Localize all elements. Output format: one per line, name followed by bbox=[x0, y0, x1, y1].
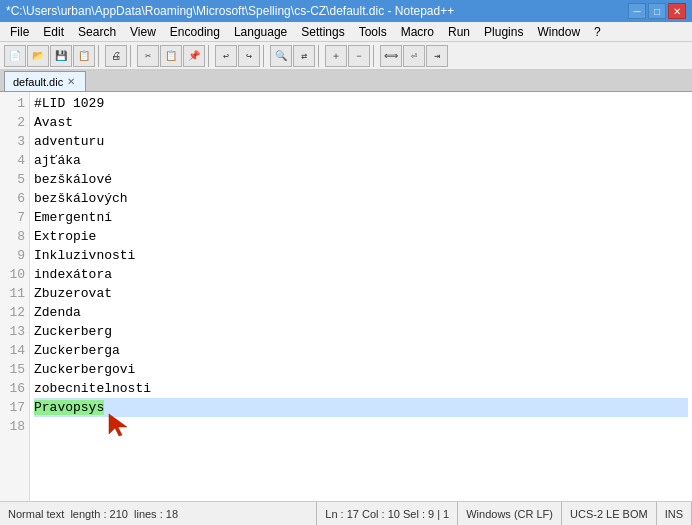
highlighted-word: Pravopsys bbox=[34, 400, 104, 415]
menu-macro[interactable]: Macro bbox=[395, 23, 440, 41]
line-number: 8 bbox=[4, 227, 25, 246]
editor-line: Emergentní bbox=[34, 208, 688, 227]
save-button[interactable]: 💾 bbox=[50, 45, 72, 67]
line-number: 10 bbox=[4, 265, 25, 284]
tab-close-icon[interactable]: ✕ bbox=[67, 77, 75, 87]
tab-label: default.dic bbox=[13, 76, 63, 88]
editor-line: Zuckerberga bbox=[34, 341, 688, 360]
menu-plugins[interactable]: Plugins bbox=[478, 23, 529, 41]
editor-line: Zbuzerovat bbox=[34, 284, 688, 303]
find-button[interactable]: 🔍 bbox=[270, 45, 292, 67]
editor-line: ajťáka bbox=[34, 151, 688, 170]
tab-default-dic[interactable]: default.dic ✕ bbox=[4, 71, 86, 91]
editor-line: Avast bbox=[34, 113, 688, 132]
editor-line: #LID 1029 bbox=[34, 94, 688, 113]
line-number: 6 bbox=[4, 189, 25, 208]
close-button[interactable]: ✕ bbox=[668, 3, 686, 19]
menu-help[interactable]: ? bbox=[588, 23, 607, 41]
line-number: 17 bbox=[4, 398, 25, 417]
undo-button[interactable]: ↩ bbox=[215, 45, 237, 67]
toolbar-sep-3 bbox=[208, 45, 212, 67]
editor-line: Zuckerberg bbox=[34, 322, 688, 341]
status-position: Ln : 17 Col : 10 Sel : 9 | 1 bbox=[317, 502, 458, 525]
open-button[interactable]: 📂 bbox=[27, 45, 49, 67]
menu-tools[interactable]: Tools bbox=[353, 23, 393, 41]
toolbar-sep-5 bbox=[318, 45, 322, 67]
toolbar: 📄 📂 💾 📋 🖨 ✂ 📋 📌 ↩ ↪ 🔍 ⇄ ＋ － ⟺ ⏎ ⇥ bbox=[0, 42, 692, 70]
tab-bar: default.dic ✕ bbox=[0, 70, 692, 92]
status-normal-text: Normal text length : 210 lines : 18 bbox=[0, 502, 317, 525]
menu-window[interactable]: Window bbox=[531, 23, 586, 41]
line-number: 15 bbox=[4, 360, 25, 379]
menu-encoding[interactable]: Encoding bbox=[164, 23, 226, 41]
window-title: *C:\Users\urban\AppData\Roaming\Microsof… bbox=[6, 4, 454, 18]
status-ins: INS bbox=[657, 502, 692, 525]
sync-scroll-button[interactable]: ⟺ bbox=[380, 45, 402, 67]
line-number: 3 bbox=[4, 132, 25, 151]
editor-line: indexátora bbox=[34, 265, 688, 284]
redo-button[interactable]: ↪ bbox=[238, 45, 260, 67]
menu-search[interactable]: Search bbox=[72, 23, 122, 41]
indent-button[interactable]: ⇥ bbox=[426, 45, 448, 67]
status-bar: Normal text length : 210 lines : 18 Ln :… bbox=[0, 501, 692, 525]
editor-line: Zdenda bbox=[34, 303, 688, 322]
copy-button[interactable]: 📋 bbox=[160, 45, 182, 67]
editor-line: Extropie bbox=[34, 227, 688, 246]
editor-line: Inkluzivnosti bbox=[34, 246, 688, 265]
line-number: 9 bbox=[4, 246, 25, 265]
editor-line bbox=[34, 417, 688, 436]
line-number: 7 bbox=[4, 208, 25, 227]
line-number: 4 bbox=[4, 151, 25, 170]
new-button[interactable]: 📄 bbox=[4, 45, 26, 67]
line-numbers: 123456789101112131415161718 bbox=[0, 92, 30, 501]
editor-line: bezškálových bbox=[34, 189, 688, 208]
editor-area[interactable]: 123456789101112131415161718 #LID 1029Ava… bbox=[0, 92, 692, 501]
window-controls: ─ □ ✕ bbox=[628, 3, 686, 19]
line-number: 12 bbox=[4, 303, 25, 322]
line-number: 5 bbox=[4, 170, 25, 189]
save-all-button[interactable]: 📋 bbox=[73, 45, 95, 67]
menu-run[interactable]: Run bbox=[442, 23, 476, 41]
menu-bar: File Edit Search View Encoding Language … bbox=[0, 22, 692, 42]
editor-content[interactable]: #LID 1029Avastadventuruajťákabezškálovéb… bbox=[30, 92, 692, 501]
print-button[interactable]: 🖨 bbox=[105, 45, 127, 67]
paste-button[interactable]: 📌 bbox=[183, 45, 205, 67]
line-number: 14 bbox=[4, 341, 25, 360]
toolbar-sep-4 bbox=[263, 45, 267, 67]
menu-language[interactable]: Language bbox=[228, 23, 293, 41]
toolbar-sep-1 bbox=[98, 45, 102, 67]
status-line-ending: Windows (CR LF) bbox=[458, 502, 562, 525]
zoom-in-button[interactable]: ＋ bbox=[325, 45, 347, 67]
status-encoding: UCS-2 LE BOM bbox=[562, 502, 657, 525]
line-number: 18 bbox=[4, 417, 25, 436]
editor-line: bezškálové bbox=[34, 170, 688, 189]
title-bar: *C:\Users\urban\AppData\Roaming\Microsof… bbox=[0, 0, 692, 22]
editor-line: zobecnitelnosti bbox=[34, 379, 688, 398]
replace-button[interactable]: ⇄ bbox=[293, 45, 315, 67]
editor-line: Pravopsys bbox=[34, 398, 688, 417]
toolbar-sep-6 bbox=[373, 45, 377, 67]
wrap-button[interactable]: ⏎ bbox=[403, 45, 425, 67]
maximize-button[interactable]: □ bbox=[648, 3, 666, 19]
line-number: 2 bbox=[4, 113, 25, 132]
cut-button[interactable]: ✂ bbox=[137, 45, 159, 67]
zoom-out-button[interactable]: － bbox=[348, 45, 370, 67]
menu-file[interactable]: File bbox=[4, 23, 35, 41]
line-number: 1 bbox=[4, 94, 25, 113]
minimize-button[interactable]: ─ bbox=[628, 3, 646, 19]
menu-view[interactable]: View bbox=[124, 23, 162, 41]
menu-settings[interactable]: Settings bbox=[295, 23, 350, 41]
menu-edit[interactable]: Edit bbox=[37, 23, 70, 41]
toolbar-sep-2 bbox=[130, 45, 134, 67]
editor-line: Zuckerbergovi bbox=[34, 360, 688, 379]
line-number: 16 bbox=[4, 379, 25, 398]
editor-line: adventuru bbox=[34, 132, 688, 151]
line-number: 13 bbox=[4, 322, 25, 341]
line-number: 11 bbox=[4, 284, 25, 303]
